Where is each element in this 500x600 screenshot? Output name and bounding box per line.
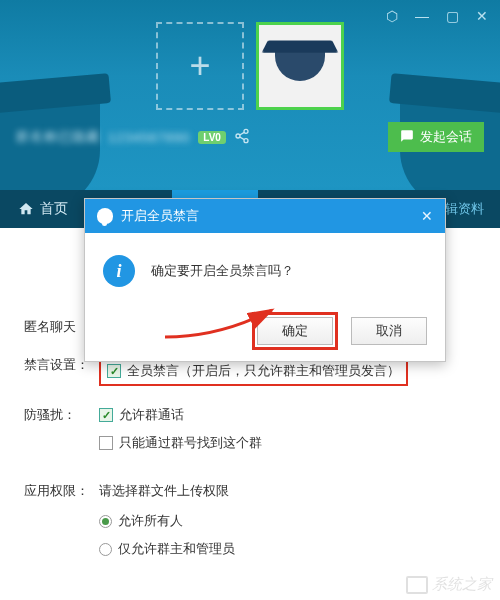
group-avatar[interactable] [256,22,344,110]
only-admin-text: 仅允许群主和管理员 [118,540,235,558]
svg-point-2 [244,138,248,142]
maximize-button[interactable]: ▢ [444,8,460,24]
add-avatar-button[interactable]: + [156,22,244,110]
dialog-titlebar: 开启全员禁言 ✕ [85,199,445,233]
dialog-title-text: 开启全员禁言 [121,207,199,225]
allow-all-radio[interactable] [99,515,112,528]
app-perm-hint: 请选择群文件上传权限 [99,482,476,500]
home-icon [18,201,34,217]
share-icon[interactable] [234,128,250,147]
window-controls: ⬡ — ▢ ✕ [384,8,490,24]
svg-line-4 [240,137,245,140]
only-id-text: 只能通过群号找到这个群 [119,434,262,452]
confirm-dialog: 开启全员禁言 ✕ i 确定要开启全员禁言吗？ 确定 取消 [84,198,446,362]
tab-home-label: 首页 [40,200,68,218]
svg-point-0 [244,129,248,133]
mute-all-text: 全员禁言（开启后，只允许群主和管理员发言） [127,362,400,380]
allow-call-checkbox[interactable] [99,408,113,422]
watermark-text: 系统之家 [432,575,492,594]
graduation-cap-icon [275,51,325,81]
only-admin-radio[interactable] [99,543,112,556]
watermark: 系统之家 [406,575,492,594]
group-name: 群名称已隐藏 [16,128,100,146]
allow-call-text: 允许群通话 [119,406,184,424]
start-chat-button[interactable]: 发起会话 [388,122,484,152]
tab-home[interactable]: 首页 [0,190,86,228]
svg-point-1 [236,134,240,138]
svg-line-3 [240,132,245,135]
chat-icon [400,129,414,146]
mute-all-checkbox[interactable] [107,364,121,378]
cancel-button[interactable]: 取消 [351,317,427,345]
start-chat-label: 发起会话 [420,128,472,146]
group-id: 1234567890 [108,130,190,145]
close-button[interactable]: ✕ [474,8,490,24]
only-id-checkbox[interactable] [99,436,113,450]
level-badge: LV0 [198,131,226,144]
anti-harass-label: 防骚扰： [24,406,99,462]
header-banner: ⬡ — ▢ ✕ + 群名称已隐藏 1234567890 LV0 发起会话 [0,0,500,190]
info-icon: i [103,255,135,287]
penguin-icon [97,208,113,224]
pin-icon[interactable]: ⬡ [384,8,400,24]
dialog-close-button[interactable]: ✕ [421,208,433,224]
watermark-icon [406,576,428,594]
app-perm-label: 应用权限： [24,482,99,568]
dialog-message: 确定要开启全员禁言吗？ [151,262,294,280]
minimize-button[interactable]: — [414,8,430,24]
allow-all-text: 允许所有人 [118,512,183,530]
confirm-button[interactable]: 确定 [257,317,333,345]
